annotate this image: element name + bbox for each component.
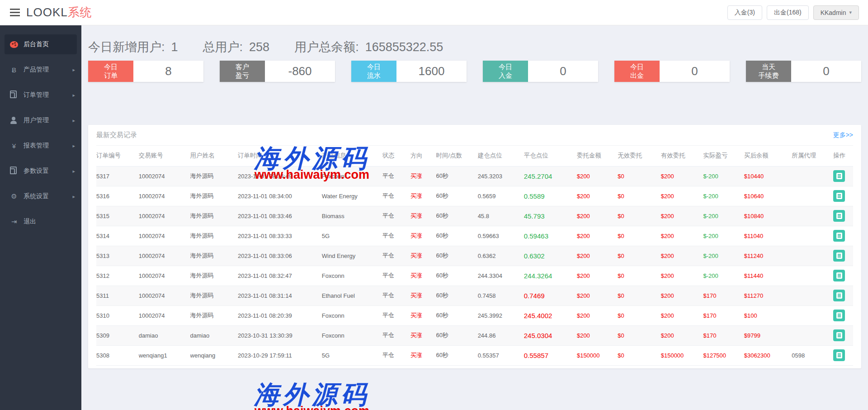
more-link[interactable]: 更多>> xyxy=(833,131,853,139)
cell-amount: $200 xyxy=(577,325,618,345)
withdraw-button[interactable]: 出金(168) xyxy=(767,5,809,20)
cell-time: 2023-11-01 08:33:06 xyxy=(238,246,322,266)
cell-invalid: $0 xyxy=(618,206,660,226)
cell-actions xyxy=(833,286,853,305)
cell-open: 0.5659 xyxy=(478,186,524,206)
order-detail-button[interactable] xyxy=(833,230,845,242)
cell-amount: $200 xyxy=(577,305,618,325)
sidebar: 后台首页Ƀ产品管理▸订单管理▸用户管理▸¥报表管理▸参数设置▸⚙系统设置▸⇥退出 xyxy=(0,25,81,410)
cell-direction: 买涨 xyxy=(410,305,436,325)
cell-product: Biomass xyxy=(322,206,382,226)
cell-open: 245.3992 xyxy=(478,305,524,325)
cell-product: Water Energy xyxy=(322,186,382,206)
bug-icon xyxy=(10,41,18,48)
cell-duration: 60秒 xyxy=(436,246,478,266)
cell-time: 2023-11-01 08:34:00 xyxy=(238,186,322,206)
cell-time: 2023-11-01 08:20:39 xyxy=(238,305,322,325)
order-detail-button[interactable] xyxy=(833,329,845,341)
cell-id: 5312 xyxy=(96,266,139,286)
cell-id: 5317 xyxy=(96,166,139,186)
order-detail-button[interactable] xyxy=(833,349,845,361)
card-label-line: 今日 xyxy=(367,63,381,72)
cell-product: 5G xyxy=(322,345,382,365)
cell-status: 平仓 xyxy=(382,186,410,206)
cell-direction: 买涨 xyxy=(410,166,436,186)
card-label: 当天手续费 xyxy=(746,61,791,82)
sidebar-item-users[interactable]: 用户管理▸ xyxy=(0,110,81,130)
column-header: 操作 xyxy=(833,146,853,166)
card-label-line: 流水 xyxy=(367,72,381,80)
cell-close: 245.0304 xyxy=(524,325,577,345)
cell-actions xyxy=(833,186,853,206)
cell-status: 平仓 xyxy=(382,305,410,325)
cell-valid: $150000 xyxy=(661,345,703,365)
cell-direction: 买涨 xyxy=(410,226,436,246)
column-header: 订单时间 xyxy=(238,146,322,166)
order-detail-button[interactable] xyxy=(833,250,845,262)
cell-account: 10002074 xyxy=(139,206,190,226)
cell-direction: 买涨 xyxy=(410,246,436,266)
sidebar-item-params[interactable]: 参数设置▸ xyxy=(0,161,81,181)
stat-today-new-users: 今日新增用户:1 xyxy=(88,39,178,55)
sidebar-item-label: 后台首页 xyxy=(24,40,71,48)
list-icon xyxy=(836,193,842,199)
cell-agent xyxy=(792,186,833,206)
order-detail-button[interactable] xyxy=(833,210,845,222)
cell-balance: $11240 xyxy=(744,246,792,266)
cell-product: Foxconn xyxy=(322,266,382,286)
cell-status: 平仓 xyxy=(382,345,410,365)
card-today-deposit: 今日入金0 xyxy=(483,61,598,82)
cell-close: 245.2704 xyxy=(524,166,577,186)
cell-duration: 60秒 xyxy=(436,266,478,286)
card-label-line: 今日 xyxy=(104,63,118,72)
sidebar-item-home[interactable]: 后台首页 xyxy=(5,34,77,54)
cell-account: 10002074 xyxy=(139,166,190,186)
order-detail-button[interactable] xyxy=(833,290,845,301)
cell-time: 2023-11-01 08:32:47 xyxy=(238,266,322,286)
sidebar-item-orders[interactable]: 订单管理▸ xyxy=(0,85,81,105)
sidebar-item-products[interactable]: Ƀ产品管理▸ xyxy=(0,60,81,80)
card-label: 今日入金 xyxy=(483,61,528,82)
sidebar-item-reports[interactable]: ¥报表管理▸ xyxy=(0,136,81,156)
cell-valid: $200 xyxy=(661,305,703,325)
cell-valid: $200 xyxy=(661,246,703,266)
table-row: 5309damiaodamiao2023-10-31 13:30:39Foxco… xyxy=(96,325,853,345)
table-row: 531310002074海外源码2023-11-01 08:33:06Wind … xyxy=(96,246,853,266)
order-detail-button[interactable] xyxy=(833,190,845,202)
sidebar-item-system[interactable]: ⚙系统设置▸ xyxy=(0,186,81,206)
cell-close: 0.55857 xyxy=(524,345,577,365)
card-label-line: 当天 xyxy=(762,63,775,72)
card-label: 今日流水 xyxy=(351,61,396,82)
cell-agent xyxy=(792,206,833,226)
sidebar-item-logout[interactable]: ⇥退出 xyxy=(0,212,81,232)
order-detail-button[interactable] xyxy=(833,170,845,182)
cell-valid: $200 xyxy=(661,325,703,345)
cell-profit: $-200 xyxy=(703,266,744,286)
order-detail-button[interactable] xyxy=(833,310,845,321)
table-row: 531610002074海外源码2023-11-01 08:34:00Water… xyxy=(96,186,853,206)
deposit-button[interactable]: 入金(3) xyxy=(727,5,762,20)
chevron-right-icon: ▸ xyxy=(72,143,75,149)
stat-value: 165855322.55 xyxy=(365,40,443,54)
cell-valid: $200 xyxy=(661,206,703,226)
table-header-row: 订单编号交易账号用户姓名订单时间产品信息状态方向时间/点数建仓点位平仓点位委托金… xyxy=(96,146,853,166)
menu-toggle-icon[interactable] xyxy=(10,12,20,13)
cell-invalid: $0 xyxy=(618,226,660,246)
cell-product: Foxconn xyxy=(322,166,382,186)
cell-open: 244.3304 xyxy=(478,266,524,286)
cell-name: 海外源码 xyxy=(190,305,238,325)
cell-balance: $9799 xyxy=(744,325,792,345)
list-icon xyxy=(836,173,842,179)
cell-invalid: $0 xyxy=(618,166,660,186)
cell-status: 平仓 xyxy=(382,325,410,345)
stat-total-users: 总用户:258 xyxy=(203,39,270,55)
order-detail-button[interactable] xyxy=(833,270,845,281)
cell-amount: $150000 xyxy=(577,345,618,365)
cell-close: 0.5589 xyxy=(524,186,577,206)
admin-dropdown[interactable]: KKadmin ▾ xyxy=(813,5,859,20)
stat-value: 258 xyxy=(249,40,269,54)
sidebar-item-label: 用户管理 xyxy=(24,116,72,124)
latest-trades-panel: 最新交易记录 更多>> 订单编号交易账号用户姓名订单时间产品信息状态方向时间/点… xyxy=(88,125,861,368)
cell-amount: $200 xyxy=(577,166,618,186)
cell-open: 0.59663 xyxy=(478,226,524,246)
